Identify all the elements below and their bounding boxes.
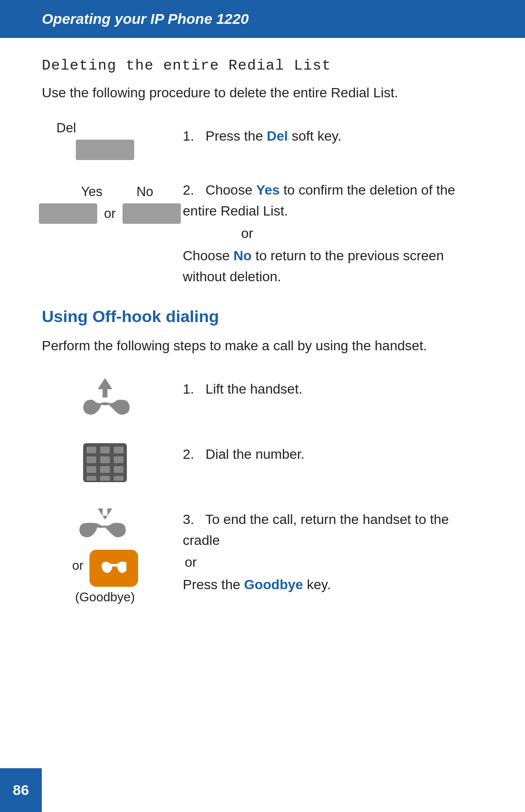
- section2-heading: Using Off-hook dialing: [42, 307, 483, 326]
- step1-del-bold: Del: [267, 128, 288, 144]
- svg-marker-15: [98, 508, 112, 520]
- step1-text: 1. Press the Del soft key.: [183, 126, 483, 146]
- step1-after: soft key.: [288, 128, 341, 144]
- offhook-step3-press: Press the Goodbye key.: [183, 574, 483, 595]
- step3-or: or: [183, 555, 483, 570]
- offhook-step3-text: 3. To end the call, return the handset t…: [183, 509, 483, 551]
- step1-offhook-text: 1. Lift the handset.: [168, 374, 483, 399]
- press-after: key.: [303, 577, 331, 592]
- step2-right-col: 2. Choose Yes to confirm the deletion of…: [168, 175, 483, 288]
- section1-title: Deleting the entire Redial List: [42, 57, 483, 74]
- goodbye-phone-icon: [101, 558, 126, 578]
- offhook-step3: or (Goodbye) 3. To end the call, return …: [42, 504, 483, 605]
- or-inline: or: [104, 206, 116, 221]
- step3-icon-col: or (Goodbye): [42, 504, 168, 605]
- offhook-step1: 1. Lift the handset.: [42, 374, 483, 419]
- or-goodbye-row: or: [72, 545, 138, 587]
- step1-icon-col: Del: [42, 121, 168, 160]
- offhook-step2-number: 2.: [183, 447, 194, 462]
- del-key-button: [76, 140, 134, 160]
- offhook-step3-desc: To end the call, return the handset to t…: [183, 512, 449, 548]
- step2-keypad-col: [42, 439, 168, 485]
- page-number: 86: [13, 782, 29, 798]
- offhook-step1-desc: Lift the handset.: [206, 381, 302, 397]
- del-key-label: Del: [42, 121, 76, 136]
- step2-text: 2. Choose Yes to confirm the deletion of…: [183, 180, 483, 222]
- footer-bar: 86: [0, 768, 42, 812]
- redial-step1: Del 1. Press the Del soft key.: [42, 121, 483, 160]
- svg-rect-3: [100, 447, 110, 453]
- svg-rect-4: [114, 447, 123, 453]
- svg-rect-10: [114, 466, 123, 473]
- step1-handset-col: [42, 374, 168, 419]
- offhook-step3-number: 3.: [183, 512, 194, 527]
- handset-down-icon: [76, 506, 134, 540]
- main-content: Deleting the entire Redial List Use the …: [0, 38, 525, 663]
- step2-icon-col: Yes No or: [42, 184, 168, 224]
- offhook-step2-text: 2. Dial the number.: [183, 444, 483, 465]
- yes-no-buttons: or: [29, 203, 181, 224]
- goodbye-label: (Goodbye): [75, 590, 135, 605]
- goodbye-bold: Goodbye: [244, 577, 303, 592]
- step2-no-bold: No: [233, 248, 251, 263]
- step2-yes-bold: Yes: [256, 182, 280, 198]
- redial-step2: Yes No or 2. Choose Yes to confirm the d…: [42, 175, 483, 288]
- svg-marker-0: [98, 378, 112, 397]
- step2-no-before: Choose: [183, 248, 233, 263]
- section2-desc: Perform the following steps to make a ca…: [42, 336, 483, 356]
- yes-label: Yes: [81, 184, 103, 199]
- header-title: Operating your IP Phone 1220: [42, 11, 249, 27]
- step1-right-col: 1. Press the Del soft key.: [168, 121, 483, 146]
- redial-section: Deleting the entire Redial List Use the …: [42, 57, 483, 288]
- yes-no-labels: Yes No: [57, 184, 154, 199]
- svg-rect-11: [87, 476, 96, 481]
- step2-number: 2.: [183, 182, 194, 198]
- step2-yes-before: Choose: [206, 182, 256, 198]
- step1-before: Press the: [206, 128, 267, 144]
- svg-rect-2: [87, 447, 96, 453]
- step1-number: 1.: [183, 128, 194, 144]
- offhook-step1-text: 1. Lift the handset.: [183, 379, 483, 399]
- step2-no-text: Choose No to return to the previous scre…: [183, 245, 483, 288]
- svg-rect-8: [87, 466, 96, 473]
- svg-rect-12: [100, 476, 110, 481]
- goodbye-button: [89, 550, 138, 587]
- yes-button: [39, 203, 97, 224]
- svg-rect-6: [100, 456, 110, 463]
- svg-rect-7: [114, 456, 123, 463]
- handset-lift-icon: [76, 376, 134, 419]
- offhook-step2: 2. Dial the number.: [42, 439, 483, 485]
- step2-or: or: [183, 226, 483, 241]
- or-text-step3: or: [72, 558, 83, 573]
- offhook-step1-number: 1.: [183, 381, 194, 397]
- press-before: Press the: [183, 577, 244, 592]
- svg-rect-5: [87, 456, 96, 463]
- header-bar: Operating your IP Phone 1220: [0, 0, 525, 38]
- offhook-section: Using Off-hook dialing Perform the follo…: [42, 307, 483, 605]
- svg-rect-13: [114, 476, 123, 481]
- step3-offhook-text: 3. To end the call, return the handset t…: [168, 504, 483, 595]
- section1-desc: Use the following procedure to delete th…: [42, 83, 483, 103]
- no-label: No: [137, 184, 154, 199]
- step2-offhook-text: 2. Dial the number.: [168, 439, 483, 465]
- svg-rect-9: [100, 466, 110, 473]
- offhook-step2-desc: Dial the number.: [206, 447, 305, 462]
- keypad-icon: [81, 441, 129, 485]
